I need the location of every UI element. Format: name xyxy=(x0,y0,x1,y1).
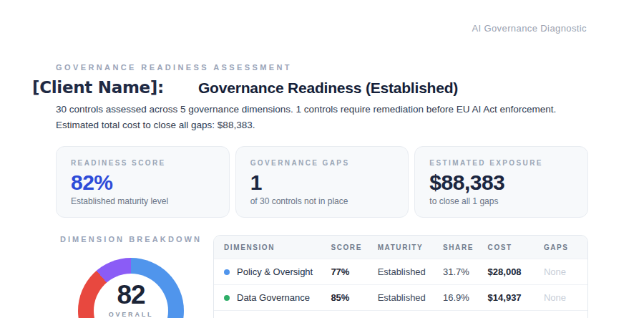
gaps-cell: None xyxy=(535,311,587,318)
score-cell: 77% xyxy=(322,259,369,285)
score-cell: 88% xyxy=(322,311,369,318)
gaps-cell: None xyxy=(535,285,587,311)
main-content: GOVERNANCE READINESS ASSESSMENT [Client … xyxy=(0,63,644,318)
overall-label: OVERALL xyxy=(109,311,154,318)
governance-gaps-card: GOVERNANCE GAPS 1 of 30 controls not in … xyxy=(235,146,409,218)
gaps-cell: None xyxy=(535,259,587,285)
column-header: SCORE xyxy=(322,236,369,259)
page-title: Governance Readiness (Established) xyxy=(198,80,458,97)
dimension-breakdown-label: DIMENSION BREAKDOWN xyxy=(56,235,206,244)
column-header: DIMENSION xyxy=(214,236,322,259)
overall-score: 82 xyxy=(117,281,145,309)
dimension-table-card: DIMENSIONSCOREMATURITYSHARECOSTGAPS Poli… xyxy=(213,235,588,318)
summary-text: 30 controls assessed across 5 governance… xyxy=(56,102,588,133)
estimated-exposure-card: ESTIMATED EXPOSURE $88,383 to close all … xyxy=(414,146,588,218)
column-header: SHARE xyxy=(434,236,479,259)
cost-cell: $15,560 xyxy=(479,311,535,318)
cost-cell: $14,937 xyxy=(479,285,535,311)
dimension-cell: Data Governance xyxy=(224,292,313,303)
dimension-cell: Policy & Oversight xyxy=(224,266,313,277)
table-row: Operational Readiness88%Established17.6%… xyxy=(214,311,587,318)
column-header: COST xyxy=(479,236,535,259)
column-header: GAPS xyxy=(535,236,587,259)
eyebrow-label: GOVERNANCE READINESS ASSESSMENT xyxy=(56,63,588,72)
table-header-row: DIMENSIONSCOREMATURITYSHARECOSTGAPS xyxy=(214,236,587,259)
stat-subtext: to close all 1 gaps xyxy=(429,196,573,206)
dimension-name: Data Governance xyxy=(237,292,310,303)
share-cell: 17.6% xyxy=(434,311,479,318)
app-title: AI Governance Diagnostic xyxy=(472,23,587,34)
table-row: Data Governance85%Established16.9%$14,93… xyxy=(214,285,587,311)
stat-label: GOVERNANCE GAPS xyxy=(250,159,394,167)
dimension-color-dot xyxy=(224,295,230,301)
maturity-cell: Established xyxy=(369,285,434,311)
dimension-table: DIMENSIONSCOREMATURITYSHARECOSTGAPS Poli… xyxy=(214,236,587,318)
stat-subtext: of 30 controls not in place xyxy=(250,196,394,206)
dimension-name: Policy & Oversight xyxy=(237,266,313,277)
stat-label: ESTIMATED EXPOSURE xyxy=(429,159,573,167)
share-cell: 31.7% xyxy=(434,259,479,285)
title-row: [Client Name]: Governance Readiness (Est… xyxy=(32,78,588,97)
maturity-cell: Established xyxy=(369,311,434,318)
estimated-exposure-value: $88,383 xyxy=(429,171,573,194)
stat-subtext: Established maturity level xyxy=(71,196,215,206)
score-cell: 85% xyxy=(322,285,369,311)
dimension-table-panel: DIMENSIONSCOREMATURITYSHARECOSTGAPS Poli… xyxy=(213,235,588,318)
column-header: MATURITY xyxy=(369,236,434,259)
client-name: [Client Name]: xyxy=(32,78,164,97)
readiness-score-card: READINESS SCORE 82% Established maturity… xyxy=(56,146,230,218)
stat-cards-row: READINESS SCORE 82% Established maturity… xyxy=(56,146,588,218)
cost-cell: $28,008 xyxy=(479,259,535,285)
share-cell: 16.9% xyxy=(434,285,479,311)
dimension-breakdown-panel: DIMENSION BREAKDOWN 82 OVERALL Establish… xyxy=(56,235,206,318)
governance-gaps-value: 1 xyxy=(250,171,394,194)
bottom-section: DIMENSION BREAKDOWN 82 OVERALL Establish… xyxy=(56,235,588,318)
stat-label: READINESS SCORE xyxy=(71,159,215,167)
dimension-color-dot xyxy=(224,269,230,275)
top-header: AI Governance Diagnostic xyxy=(0,0,644,34)
readiness-score-value: 82% xyxy=(71,171,215,194)
table-row: Policy & Oversight77%Established31.7%$28… xyxy=(214,259,587,285)
dimension-donut-chart: 82 OVERALL Established xyxy=(78,258,184,318)
maturity-cell: Established xyxy=(369,259,434,285)
